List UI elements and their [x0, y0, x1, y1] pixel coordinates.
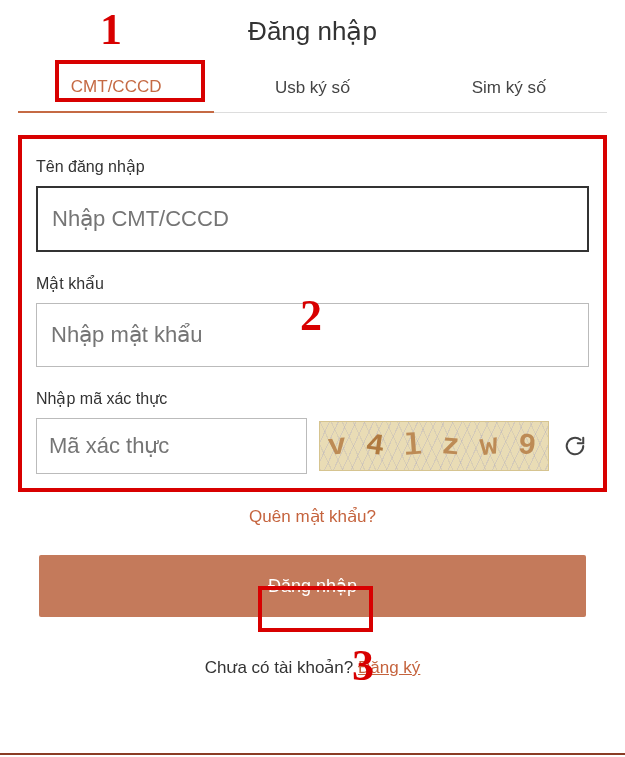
- forgot-password-link[interactable]: Quên mật khẩu?: [18, 506, 607, 527]
- refresh-captcha-button[interactable]: [561, 432, 589, 460]
- login-method-tabs: CMT/CCCD Usb ký số Sim ký số: [18, 63, 607, 113]
- tab-usb-ky-so[interactable]: Usb ký số: [214, 63, 410, 112]
- username-label: Tên đăng nhập: [36, 157, 589, 176]
- password-label: Mật khẩu: [36, 274, 589, 293]
- username-input[interactable]: [36, 186, 589, 252]
- register-link[interactable]: Đăng ký: [358, 658, 420, 677]
- bottom-divider: [0, 753, 625, 755]
- captcha-input[interactable]: [36, 418, 307, 474]
- captcha-image: v4lzw9: [319, 421, 549, 471]
- no-account-text: Chưa có tài khoản?: [205, 658, 358, 677]
- captcha-row: v4lzw9: [36, 418, 589, 474]
- password-input[interactable]: [36, 303, 589, 367]
- refresh-icon: [564, 435, 586, 457]
- login-button[interactable]: Đăng nhập: [39, 555, 587, 617]
- page-title: Đăng nhập: [18, 16, 607, 47]
- captcha-label: Nhập mã xác thực: [36, 389, 589, 408]
- tab-sim-ky-so[interactable]: Sim ký số: [411, 63, 607, 112]
- tab-cmt-cccd[interactable]: CMT/CCCD: [18, 63, 214, 112]
- register-row: Chưa có tài khoản? Đăng ký: [18, 657, 607, 678]
- login-form-area: Tên đăng nhập Mật khẩu Nhập mã xác thực …: [18, 135, 607, 492]
